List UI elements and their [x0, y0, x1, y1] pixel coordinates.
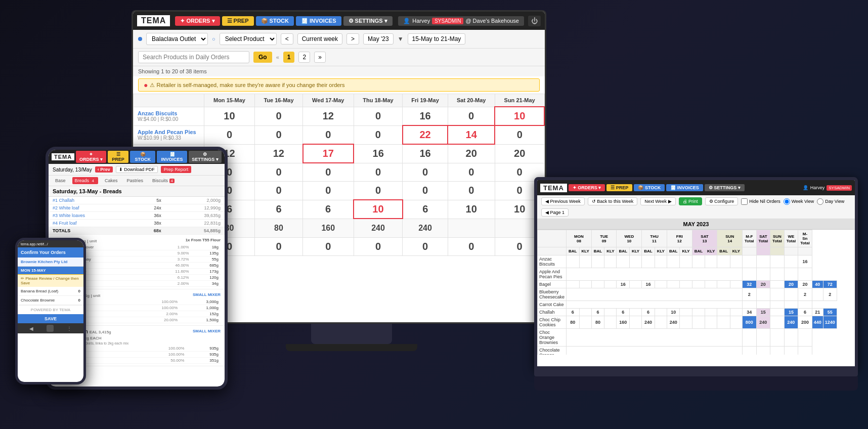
- cell-value[interactable]: 6: [422, 203, 428, 214]
- cell-value[interactable]: 16: [419, 110, 430, 121]
- back-this-week-btn[interactable]: ↺ Back to this Week: [588, 197, 637, 205]
- cell-value[interactable]: 0: [468, 241, 474, 252]
- page-next-btn[interactable]: »: [314, 52, 326, 63]
- tablet-orders-btn[interactable]: ✦ ORDERS ▾: [76, 151, 106, 163]
- laptop-stock-btn[interactable]: 📦 STOCK: [634, 184, 665, 191]
- cell-value[interactable]: 6: [325, 203, 331, 214]
- print-btn[interactable]: 🖨 Print: [679, 197, 702, 205]
- cell-value[interactable]: 0: [468, 166, 474, 178]
- tablet-prev-tag[interactable]: ‹ Prev: [95, 166, 113, 173]
- cell-value[interactable]: 0: [325, 166, 331, 178]
- cell-value[interactable]: 10: [466, 203, 477, 214]
- laptop-settings-btn[interactable]: ⚙ SETTINGS ▾: [705, 184, 745, 191]
- configure-btn[interactable]: ⚙ Configure: [705, 197, 739, 205]
- laptop-prep-btn[interactable]: ☰ PREP: [606, 184, 632, 191]
- cell-value[interactable]: 0: [276, 166, 281, 178]
- day-view-radio[interactable]: [817, 198, 823, 205]
- cell-value[interactable]: 0: [325, 241, 331, 252]
- cell-value[interactable]: 20: [466, 148, 477, 159]
- cell-value-highlighted[interactable]: 22: [419, 129, 430, 140]
- outlet-select[interactable]: Balaclava Outlet: [146, 33, 208, 45]
- cal-subheader-row: BALKLY BALKLY BALKLY BALKLY BALKLY BALKL…: [538, 247, 855, 255]
- cell-value-highlighted[interactable]: 14: [466, 129, 477, 140]
- cell-value[interactable]: 0: [325, 129, 331, 140]
- tab-biscuits[interactable]: Biscuits 4: [150, 177, 177, 184]
- cell-value[interactable]: 0: [422, 166, 428, 178]
- cell-value[interactable]: 6: [276, 203, 281, 214]
- cell-value[interactable]: 0: [375, 110, 381, 121]
- stock-nav-btn[interactable]: 📦 STOCK: [256, 16, 294, 26]
- logout-btn[interactable]: ⏻: [528, 16, 541, 26]
- cell-value[interactable]: 20: [514, 148, 525, 159]
- cell-value[interactable]: 16: [373, 148, 384, 159]
- cell-value[interactable]: 16: [419, 148, 430, 159]
- invoices-nav-btn[interactable]: 🧾 INVOICES: [296, 16, 341, 26]
- item-qty[interactable]: 0: [70, 289, 80, 293]
- tab-cakes[interactable]: Cakes: [102, 177, 120, 184]
- tablet-invoices-btn[interactable]: 🧾 INVOICES: [157, 151, 187, 163]
- cell-value[interactable]: 0: [375, 166, 381, 178]
- cell-value[interactable]: 0: [325, 185, 331, 196]
- tab-pastries[interactable]: Pastries: [124, 177, 146, 184]
- back-icon[interactable]: ◀: [29, 326, 33, 331]
- cell-value[interactable]: 0: [517, 129, 523, 140]
- cell-value[interactable]: 0: [375, 129, 381, 140]
- cell-value[interactable]: 12: [323, 110, 334, 121]
- prev-week-btn[interactable]: ◀ Previous Week: [541, 197, 585, 205]
- laptop-orders-btn[interactable]: ✦ ORDERS ▾: [569, 184, 605, 191]
- month-label: May '23: [363, 33, 394, 45]
- hide-nil-checkbox[interactable]: [741, 198, 748, 205]
- cell-value-highlighted[interactable]: 10: [372, 203, 383, 214]
- nav-prev-btn[interactable]: <: [281, 33, 293, 45]
- orders-nav-btn[interactable]: ✦ ORDERS ▾: [175, 16, 220, 26]
- cell-value[interactable]: 0: [276, 241, 281, 252]
- search-go-btn[interactable]: Go: [253, 52, 272, 63]
- cell-value[interactable]: 0: [276, 129, 281, 140]
- cell-value[interactable]: 0: [227, 129, 232, 140]
- home-icon[interactable]: [47, 325, 54, 332]
- cell-value[interactable]: 0: [468, 110, 474, 121]
- tablet-download-btn[interactable]: ⬇ Download PDF: [116, 166, 158, 173]
- cell-value-highlighted[interactable]: 10: [514, 110, 525, 121]
- week-view-radio[interactable]: [784, 198, 790, 205]
- phone-warning[interactable]: ✏ Please Review / Change then Save: [18, 274, 83, 287]
- cell-value[interactable]: 0: [422, 241, 428, 252]
- next-week-btn[interactable]: Next Week ▶: [640, 197, 675, 205]
- cell-value[interactable]: 0: [375, 241, 381, 252]
- menu-icon[interactable]: ⋮: [67, 326, 72, 331]
- tablet-prep-report-btn[interactable]: Prep Report: [161, 166, 192, 173]
- page-1-btn[interactable]: 1: [283, 52, 295, 63]
- tablet-prep-btn[interactable]: ☰ PREP: [108, 151, 129, 163]
- cell-value[interactable]: 10: [224, 110, 235, 121]
- cell-value[interactable]: 12: [273, 148, 284, 159]
- page-nav-btn[interactable]: ◀ Page 1: [541, 208, 569, 217]
- page-2-btn[interactable]: 2: [298, 52, 310, 63]
- ingredient-weight: 935g: [186, 352, 221, 358]
- settings-nav-btn[interactable]: ⚙ SETTINGS ▾: [343, 16, 393, 26]
- cell-value[interactable]: 0: [517, 185, 523, 196]
- cell-value[interactable]: 0: [276, 110, 281, 121]
- save-btn[interactable]: SAVE: [18, 314, 83, 323]
- ingredient-pct: 3.72%: [151, 256, 191, 263]
- tablet-settings-btn[interactable]: ⚙ SETTINGS ▾: [189, 151, 222, 163]
- laptop-invoices-btn[interactable]: 🧾 INVOICES: [666, 184, 703, 191]
- tablet-stock-btn[interactable]: 📦 STOCK: [130, 151, 155, 163]
- nav-next-btn[interactable]: >: [346, 33, 359, 45]
- search-input[interactable]: [138, 51, 249, 63]
- status-url: tema.app.netlif.../: [21, 242, 48, 246]
- cell-value-highlighted[interactable]: 17: [323, 148, 334, 159]
- table-row: Blueberry Cheesecake 2 2 2: [538, 288, 855, 301]
- product-select[interactable]: Select Product: [220, 33, 277, 45]
- prep-nav-btn[interactable]: ☰ PREP: [222, 16, 254, 26]
- cell-value[interactable]: 0: [276, 185, 281, 196]
- cell-value[interactable]: 0: [468, 185, 474, 196]
- cell-value[interactable]: 0: [422, 185, 428, 196]
- tab-breads[interactable]: Breads 4: [72, 177, 98, 184]
- tab-base[interactable]: Base: [53, 177, 68, 184]
- cell-value[interactable]: 0: [517, 166, 523, 178]
- tablet-products-table: #1 Challah 5x 2,000g #2 White loaf 24x 1…: [49, 197, 225, 235]
- item-qty[interactable]: 0: [70, 298, 80, 303]
- cell-value[interactable]: 10: [514, 203, 525, 214]
- cell-value[interactable]: 0: [375, 185, 381, 196]
- cell-value[interactable]: 0: [517, 241, 523, 252]
